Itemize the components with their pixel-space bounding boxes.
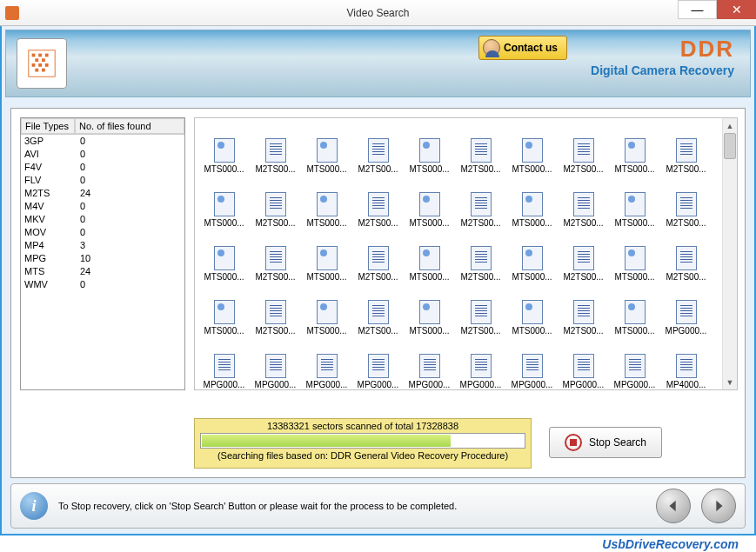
file-item[interactable]: M2TS00...: [250, 122, 301, 174]
file-item[interactable]: MTS000...: [404, 122, 455, 174]
file-label: MTS000...: [611, 326, 659, 336]
stop-search-button[interactable]: Stop Search: [549, 427, 662, 458]
file-item[interactable]: M2TS00...: [352, 176, 404, 228]
file-item[interactable]: MPG000...: [352, 337, 404, 389]
minimize-button[interactable]: —: [678, 0, 717, 19]
file-item[interactable]: MPG000...: [660, 283, 712, 336]
file-item[interactable]: MTS000...: [609, 229, 660, 282]
file-item[interactable]: MTS000...: [404, 229, 455, 282]
scroll-up-icon[interactable]: ▲: [723, 118, 737, 133]
file-item[interactable]: M2TS00...: [455, 122, 506, 174]
nav-next-button[interactable]: [701, 489, 736, 523]
file-item[interactable]: MPG000...: [609, 337, 660, 389]
file-icon: [214, 246, 235, 270]
file-item[interactable]: MTS000...: [301, 283, 352, 336]
file-item[interactable]: MPG000...: [506, 337, 558, 389]
table-row[interactable]: M2TS24: [21, 187, 184, 200]
file-icon: [676, 192, 697, 216]
file-item[interactable]: MTS000...: [198, 122, 250, 174]
file-item[interactable]: MTS000...: [198, 229, 250, 282]
file-item[interactable]: M2TS00...: [250, 176, 301, 228]
scroll-thumb[interactable]: [724, 133, 736, 159]
file-label: MTS000...: [200, 326, 249, 336]
file-item[interactable]: MTS000...: [301, 229, 352, 282]
table-row[interactable]: MPG10: [21, 252, 184, 265]
col-file-types[interactable]: File Types: [21, 118, 75, 134]
table-row[interactable]: M4V0: [21, 200, 184, 213]
file-item[interactable]: MTS000...: [404, 283, 455, 336]
file-item[interactable]: MTS000...: [506, 229, 558, 282]
table-row[interactable]: MTS24: [21, 265, 184, 278]
file-item[interactable]: MTS000...: [609, 283, 660, 336]
file-item[interactable]: MPG000...: [455, 337, 506, 389]
file-icon: [419, 138, 440, 163]
file-item[interactable]: MTS000...: [609, 176, 660, 228]
file-item[interactable]: MPG000...: [198, 337, 250, 389]
file-item[interactable]: M2TS00...: [250, 283, 301, 336]
table-row[interactable]: WMV0: [21, 278, 184, 291]
file-label: MPG000...: [303, 380, 351, 389]
table-row[interactable]: F4V0: [21, 161, 184, 174]
table-row[interactable]: FLV0: [21, 174, 184, 187]
file-item[interactable]: MTS000...: [198, 176, 250, 228]
file-icon: [419, 246, 440, 270]
file-icon: [625, 246, 646, 270]
nav-back-button[interactable]: [656, 489, 691, 523]
file-item[interactable]: M2TS00...: [455, 229, 506, 282]
file-item[interactable]: M2TS00...: [660, 176, 712, 228]
file-item[interactable]: M2TS00...: [558, 176, 609, 228]
watermark: UsbDriveRecovery.com: [602, 536, 739, 552]
file-label: MTS000...: [508, 326, 557, 336]
file-item[interactable]: MTS000...: [609, 122, 660, 174]
file-item[interactable]: MP4000...: [660, 337, 712, 389]
file-item[interactable]: M2TS00...: [352, 229, 404, 282]
file-item[interactable]: MPG000...: [404, 337, 455, 389]
file-item[interactable]: M2TS00...: [660, 122, 712, 174]
table-row[interactable]: AVI0: [21, 148, 184, 161]
file-item[interactable]: MTS000...: [404, 176, 455, 228]
info-icon: i: [20, 492, 48, 520]
file-item[interactable]: MPG000...: [250, 337, 301, 389]
file-icon: [471, 354, 492, 378]
stop-icon: [565, 434, 582, 451]
file-item[interactable]: M2TS00...: [352, 283, 404, 336]
file-item[interactable]: M2TS00...: [558, 229, 609, 282]
file-item[interactable]: M2TS00...: [558, 283, 609, 336]
file-label: MTS000...: [611, 272, 659, 282]
files-grid[interactable]: MTS000...M2TS00...MTS000...M2TS00...MTS0…: [195, 118, 722, 389]
file-item[interactable]: M2TS00...: [455, 176, 506, 228]
file-item[interactable]: MPG000...: [558, 337, 609, 389]
file-item[interactable]: MTS000...: [506, 176, 558, 228]
file-icon: [522, 192, 543, 216]
file-types-panel: File Types No. of files found 3GP0AVI0F4…: [20, 117, 185, 390]
table-row[interactable]: MOV0: [21, 226, 184, 239]
file-icon: [676, 246, 697, 270]
file-item[interactable]: M2TS00...: [250, 229, 301, 282]
file-item[interactable]: M2TS00...: [558, 122, 609, 174]
file-label: MTS000...: [611, 218, 659, 228]
file-item[interactable]: M2TS00...: [352, 122, 404, 174]
file-item[interactable]: MTS000...: [301, 122, 352, 174]
file-item[interactable]: MTS000...: [301, 176, 352, 228]
close-button[interactable]: ✕: [717, 0, 756, 19]
table-row[interactable]: MP43: [21, 239, 184, 252]
table-row[interactable]: 3GP0: [21, 135, 184, 148]
file-item[interactable]: MPG000...: [301, 337, 352, 389]
file-item[interactable]: M2TS00...: [455, 283, 506, 336]
files-scrollbar[interactable]: ▲ ▼: [722, 118, 737, 389]
file-icon: [419, 192, 440, 216]
col-files-found[interactable]: No. of files found: [75, 118, 184, 134]
file-item[interactable]: MTS000...: [506, 122, 558, 174]
file-icon: [265, 354, 286, 378]
file-icon: [573, 246, 594, 270]
contact-us-button[interactable]: Contact us: [478, 36, 567, 60]
scroll-down-icon[interactable]: ▼: [723, 375, 737, 389]
table-row[interactable]: MKV0: [21, 213, 184, 226]
file-label: M2TS00...: [354, 218, 403, 228]
file-item[interactable]: MTS000...: [198, 283, 250, 336]
file-icon: [471, 192, 492, 216]
file-item[interactable]: M2TS00...: [660, 229, 712, 282]
file-item[interactable]: MTS000...: [506, 283, 558, 336]
files-panel: MTS000...M2TS00...MTS000...M2TS00...MTS0…: [194, 117, 738, 390]
file-icon: [368, 300, 389, 324]
